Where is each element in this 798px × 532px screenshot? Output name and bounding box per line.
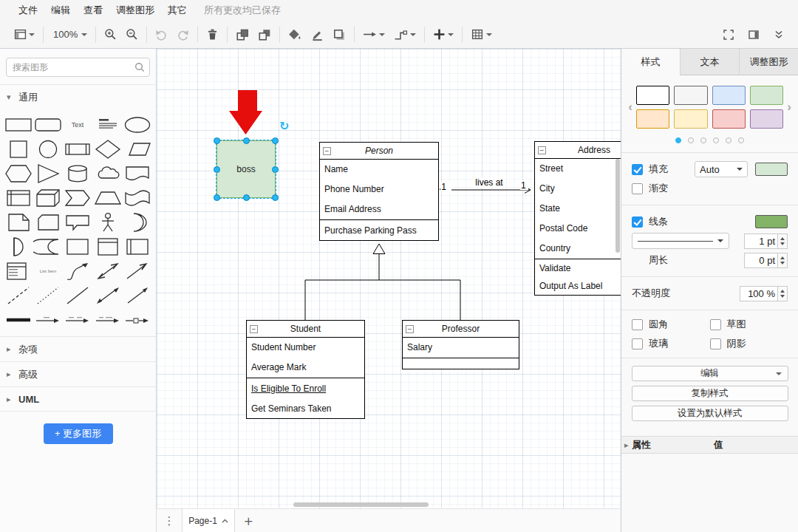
- resize-handle-s[interactable]: [243, 194, 250, 201]
- uml-method[interactable]: Purchase Parking Pass: [320, 225, 438, 236]
- fill-checkbox[interactable]: [632, 164, 643, 175]
- shape-rounded-rectangle[interactable]: [33, 112, 63, 137]
- option-checkbox-2[interactable]: [632, 338, 643, 349]
- collapse-icon[interactable]: −: [538, 146, 546, 154]
- uml-attribute[interactable]: City: [535, 179, 621, 199]
- rotate-handle[interactable]: ↻: [279, 120, 289, 132]
- shape-callout[interactable]: [63, 210, 92, 234]
- uml-attribute[interactable]: Country: [535, 239, 621, 259]
- line-style-select[interactable]: [632, 233, 729, 249]
- shape-trapezoid[interactable]: [93, 185, 123, 210]
- shape-arrow-label-1[interactable]: [33, 307, 63, 332]
- zoom-in-button[interactable]: [101, 26, 120, 43]
- uml-method[interactable]: Get Seminars Taken: [247, 403, 364, 414]
- sidebar-section-uml[interactable]: ▸ UML: [0, 386, 156, 412]
- shape-note[interactable]: [4, 210, 33, 234]
- uml-method[interactable]: Validate: [535, 263, 621, 273]
- shape-ellipse[interactable]: [123, 112, 152, 137]
- opacity-input[interactable]: 100 %: [740, 286, 778, 301]
- selected-shape-boss[interactable]: boss ↻: [216, 140, 276, 198]
- format-tab-2[interactable]: 调整图形: [739, 49, 798, 75]
- vertical-scrollbar[interactable]: [615, 159, 620, 253]
- diagram-outline-button[interactable]: [11, 26, 38, 43]
- shape-cylinder[interactable]: [63, 161, 92, 185]
- connection-arrow-button[interactable]: [360, 27, 388, 42]
- pager-dot-2[interactable]: [700, 137, 706, 143]
- shadow-button[interactable]: [330, 26, 349, 44]
- style-swatch-5[interactable]: [674, 109, 707, 129]
- style-swatch-1[interactable]: [674, 86, 707, 105]
- uml-class-title[interactable]: −Student: [247, 321, 364, 338]
- line-width-input[interactable]: 1 pt: [744, 233, 778, 249]
- uml-class-title[interactable]: −Professor: [403, 321, 519, 338]
- uml-attribute[interactable]: Average Mark: [247, 358, 364, 378]
- gradient-checkbox[interactable]: [632, 183, 643, 194]
- red-arrow-shape[interactable]: [229, 90, 262, 134]
- shape-process[interactable]: [63, 137, 92, 161]
- zoom-out-button[interactable]: [123, 26, 141, 43]
- shape-list[interactable]: [4, 259, 33, 283]
- shape-document[interactable]: [123, 161, 152, 185]
- fullscreen-button[interactable]: [720, 27, 737, 43]
- undo-button[interactable]: [152, 26, 171, 43]
- resize-handle-se[interactable]: [272, 194, 279, 201]
- sidebar-section-general[interactable]: ▾ 通用: [0, 84, 156, 109]
- shape-cloud[interactable]: [93, 161, 123, 185]
- uml-attribute[interactable]: Name: [320, 160, 438, 180]
- uml-class-title[interactable]: −Address: [535, 142, 621, 159]
- shape-dotted-line[interactable]: [33, 283, 63, 307]
- style-swatch-6[interactable]: [712, 109, 746, 129]
- edge-inheritance[interactable]: [305, 244, 460, 320]
- pages-menu-button[interactable]: ⋮: [157, 509, 182, 532]
- shape-curve[interactable]: [63, 259, 92, 283]
- pager-dot-3[interactable]: [713, 137, 719, 143]
- page-tab[interactable]: Page-1: [182, 509, 235, 532]
- shape-horizontal-container[interactable]: [123, 234, 152, 259]
- shape-hexagon[interactable]: [4, 161, 33, 185]
- uml-class-title[interactable]: −Person: [320, 143, 438, 160]
- edge-target-cardinality[interactable]: 1: [521, 180, 526, 191]
- search-input[interactable]: [6, 58, 150, 77]
- resize-handle-sw[interactable]: [214, 194, 220, 201]
- shape-card[interactable]: [33, 210, 63, 234]
- menu-item-1[interactable]: 编辑: [44, 4, 77, 16]
- shape-link[interactable]: [4, 307, 33, 332]
- perimeter-stepper[interactable]: [778, 253, 788, 268]
- shape-bidirectional-arrow[interactable]: [93, 259, 123, 283]
- shape-arrow[interactable]: [123, 259, 152, 283]
- shape-triangle[interactable]: [33, 161, 63, 185]
- diagram-canvas[interactable]: 0..1 lives at 1 −PersonNamePhone NumberE…: [157, 49, 621, 508]
- edit-style-button[interactable]: 编辑: [632, 366, 788, 381]
- shape-circle[interactable]: [33, 137, 63, 161]
- fill-mode-select[interactable]: Auto: [695, 161, 748, 177]
- sidebar-section-misc[interactable]: ▸ 杂项: [0, 336, 156, 361]
- pager-dot-4[interactable]: [726, 137, 732, 143]
- collapse-expand-button[interactable]: [770, 27, 788, 43]
- collapse-icon[interactable]: −: [323, 147, 331, 155]
- uml-attribute[interactable]: Salary: [403, 338, 519, 358]
- connection-waypoints-button[interactable]: [391, 27, 419, 43]
- uml-attribute[interactable]: Email Address: [320, 200, 438, 219]
- copy-style-button[interactable]: 复制样式: [632, 386, 788, 401]
- uml-attribute[interactable]: Student Number: [247, 338, 364, 358]
- shape-arrow-label-2[interactable]: [63, 307, 92, 332]
- shape-arrow-label-3[interactable]: [93, 307, 123, 332]
- uml-class-person[interactable]: −PersonNamePhone NumberEmail AddressPurc…: [319, 142, 439, 241]
- toggle-format-panel-button[interactable]: [745, 27, 763, 43]
- uml-class-address[interactable]: −AddressStreetCityStatePostal CodeCountr…: [534, 141, 621, 296]
- swatch-prev-button[interactable]: ‹: [624, 100, 636, 115]
- shape-and[interactable]: [4, 234, 33, 259]
- resize-handle-n[interactable]: [243, 137, 250, 144]
- to-front-button[interactable]: [233, 26, 252, 44]
- more-shapes-button[interactable]: + 更多图形: [44, 423, 113, 444]
- horizontal-scrollbar[interactable]: [293, 502, 429, 507]
- add-page-button[interactable]: ＋: [235, 509, 262, 532]
- redo-button[interactable]: [174, 26, 192, 43]
- uml-attribute[interactable]: Phone Number: [320, 180, 438, 200]
- collapse-icon[interactable]: −: [406, 325, 414, 333]
- resize-handle-nw[interactable]: [214, 137, 220, 144]
- shape-arrow-label-4[interactable]: [123, 307, 152, 332]
- pager-dot-5[interactable]: [738, 137, 744, 143]
- line-checkbox[interactable]: [632, 216, 643, 228]
- menu-item-3[interactable]: 调整图形: [109, 4, 161, 16]
